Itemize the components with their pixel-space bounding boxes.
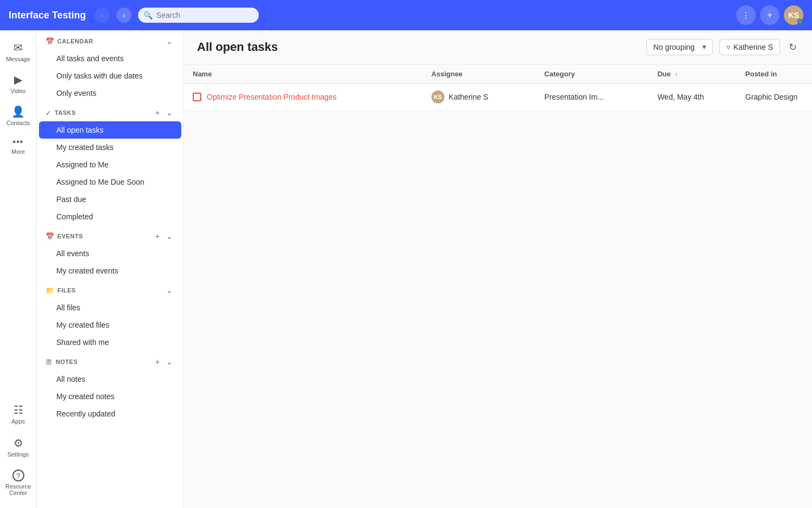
sidebar-item-my-created-events[interactable]: My created events bbox=[39, 262, 181, 279]
body: ✉ Message ▶ Video 👤 Contacts ••• More ☷ … bbox=[0, 30, 812, 508]
sidebar-item-my-created-notes[interactable]: My created notes bbox=[39, 388, 181, 405]
rail-label-apps: Apps bbox=[11, 418, 25, 425]
task-table: Name Assignee Category Due ↑ bbox=[184, 64, 812, 110]
rail-item-resource-center[interactable]: ? Resource Center bbox=[2, 465, 35, 500]
sidebar-item-my-created-files[interactable]: My created files bbox=[39, 316, 181, 334]
task-name-cell: Optimize Presentation Product Images bbox=[184, 84, 423, 110]
sidebar-item-assigned-due-soon[interactable]: Assigned to Me Due Soon bbox=[39, 173, 181, 191]
task-assignee-cell: KS Katherine S bbox=[423, 84, 536, 110]
col-header-posted-in[interactable]: Posted in bbox=[737, 64, 812, 84]
notes-section-icon: 🖹 bbox=[45, 358, 53, 366]
tasks-section-label: TASKS bbox=[55, 109, 76, 116]
table-row: Optimize Presentation Product Images KS … bbox=[184, 84, 812, 110]
events-add-button[interactable]: + bbox=[153, 231, 162, 242]
calendar-collapse-button[interactable]: ⌄ bbox=[164, 36, 175, 47]
rail-label-settings: Settings bbox=[8, 451, 29, 458]
user-avatar-wrap[interactable]: KS bbox=[784, 5, 803, 25]
rail-item-video[interactable]: ▶ Video bbox=[2, 69, 35, 99]
rail-label-resource-center: Resource Center bbox=[4, 483, 32, 496]
sidebar-section-tasks[interactable]: ✓ TASKS + ⌄ bbox=[37, 102, 184, 121]
refresh-button[interactable]: ↻ bbox=[787, 39, 799, 55]
filter-button[interactable]: ▿ Katherine S bbox=[719, 39, 780, 55]
rail-item-settings[interactable]: ⚙ Settings bbox=[2, 432, 35, 462]
col-header-due[interactable]: Due ↑ bbox=[649, 64, 736, 84]
more-icon: ••• bbox=[13, 137, 24, 147]
calendar-items: All tasks and events Only tasks with due… bbox=[37, 50, 184, 102]
message-icon: ✉ bbox=[14, 41, 23, 54]
grid-icon-button[interactable]: ⋮ bbox=[736, 5, 756, 25]
rail-item-message[interactable]: ✉ Message bbox=[2, 37, 35, 67]
task-due-cell: Wed, May 4th bbox=[649, 84, 736, 110]
sidebar-item-all-tasks-events[interactable]: All tasks and events bbox=[39, 50, 181, 67]
main-content: All open tasks No grouping By assignee B… bbox=[184, 30, 812, 508]
files-section-icon: 📁 bbox=[45, 286, 54, 295]
topnav: Interface Testing ‹ › 🔍 ⋮ + KS bbox=[0, 0, 812, 30]
apps-icon: ☷ bbox=[14, 403, 23, 416]
notes-items: All notes My created notes Recently upda… bbox=[37, 370, 184, 422]
topnav-icons: ⋮ + KS bbox=[736, 5, 803, 25]
files-section-label: FILES bbox=[57, 287, 76, 294]
assignee-name: Katherine S bbox=[449, 93, 488, 101]
video-icon: ▶ bbox=[14, 73, 22, 86]
task-category-cell: Presentation Im... bbox=[536, 84, 649, 110]
nav-back-button[interactable]: ‹ bbox=[95, 8, 110, 23]
notes-collapse-button[interactable]: ⌄ bbox=[164, 356, 175, 367]
sidebar-section-notes[interactable]: 🖹 NOTES + ⌄ bbox=[37, 351, 184, 370]
events-items: All events My created events bbox=[37, 245, 184, 279]
nav-forward-button[interactable]: › bbox=[116, 8, 132, 23]
sidebar-item-all-notes[interactable]: All notes bbox=[39, 370, 181, 388]
rail-item-apps[interactable]: ☷ Apps bbox=[2, 399, 35, 429]
add-button[interactable]: + bbox=[760, 5, 780, 25]
tasks-collapse-button[interactable]: ⌄ bbox=[164, 107, 175, 118]
sidebar-item-assigned-to-me[interactable]: Assigned to Me bbox=[39, 156, 181, 173]
files-items: All files My created files Shared with m… bbox=[37, 299, 184, 351]
sidebar-item-recently-updated[interactable]: Recently updated bbox=[39, 405, 181, 422]
search-wrap: 🔍 bbox=[138, 8, 376, 23]
sidebar-section-events[interactable]: 📅 EVENTS + ⌄ bbox=[37, 225, 184, 245]
sidebar: 📅 CALENDAR ⌄ All tasks and events Only t… bbox=[37, 30, 184, 508]
online-status-dot bbox=[797, 19, 803, 24]
col-header-name[interactable]: Name bbox=[184, 64, 423, 84]
notes-add-button[interactable]: + bbox=[153, 356, 162, 367]
task-checkbox[interactable] bbox=[193, 93, 201, 101]
grouping-select-wrap: No grouping By assignee By category By d… bbox=[646, 39, 713, 55]
sidebar-section-files[interactable]: 📁 FILES ⌄ bbox=[37, 279, 184, 299]
sidebar-item-all-files[interactable]: All files bbox=[39, 299, 181, 316]
sidebar-item-completed[interactable]: Completed bbox=[39, 208, 181, 225]
col-header-assignee[interactable]: Assignee bbox=[423, 64, 536, 84]
sidebar-item-tasks-with-due-dates[interactable]: Only tasks with due dates bbox=[39, 67, 181, 84]
tasks-add-button[interactable]: + bbox=[153, 107, 162, 118]
search-input[interactable] bbox=[138, 8, 259, 23]
col-header-category[interactable]: Category bbox=[536, 64, 649, 84]
calendar-section-label: CALENDAR bbox=[57, 38, 93, 44]
sidebar-item-all-events[interactable]: All events bbox=[39, 245, 181, 262]
rail-item-more[interactable]: ••• More bbox=[2, 133, 35, 159]
filter-label: Katherine S bbox=[734, 43, 773, 51]
sidebar-item-only-events[interactable]: Only events bbox=[39, 84, 181, 102]
page-title: All open tasks bbox=[197, 40, 640, 54]
main-header: All open tasks No grouping By assignee B… bbox=[184, 30, 812, 64]
sidebar-item-my-created-tasks[interactable]: My created tasks bbox=[39, 139, 181, 156]
rail-item-contacts[interactable]: 👤 Contacts bbox=[2, 101, 35, 131]
events-section-icon: 📅 bbox=[45, 232, 54, 240]
app-title: Interface Testing bbox=[9, 10, 86, 21]
sidebar-item-all-open-tasks[interactable]: All open tasks bbox=[39, 121, 181, 139]
files-collapse-button[interactable]: ⌄ bbox=[164, 285, 175, 296]
assignee-avatar: KS bbox=[431, 90, 444, 103]
notes-section-label: NOTES bbox=[56, 359, 78, 365]
sidebar-item-past-due[interactable]: Past due bbox=[39, 191, 181, 208]
sidebar-section-calendar[interactable]: 📅 CALENDAR ⌄ bbox=[37, 30, 184, 50]
filter-icon: ▿ bbox=[726, 43, 730, 51]
rail-label-video: Video bbox=[11, 88, 26, 94]
task-posted-in-cell: Graphic Design bbox=[737, 84, 812, 110]
rail-label-message: Message bbox=[6, 56, 30, 62]
sidebar-item-shared-with-me[interactable]: Shared with me bbox=[39, 334, 181, 351]
rail-label-more: More bbox=[11, 148, 25, 155]
tasks-section-icon: ✓ bbox=[45, 109, 51, 117]
task-table-area: Name Assignee Category Due ↑ bbox=[184, 64, 812, 508]
task-name-link[interactable]: Optimize Presentation Product Images bbox=[207, 93, 337, 101]
grouping-select[interactable]: No grouping By assignee By category By d… bbox=[646, 39, 713, 55]
events-collapse-button[interactable]: ⌄ bbox=[164, 231, 175, 242]
sort-arrow-icon: ↑ bbox=[675, 71, 678, 77]
events-section-label: EVENTS bbox=[57, 233, 83, 239]
